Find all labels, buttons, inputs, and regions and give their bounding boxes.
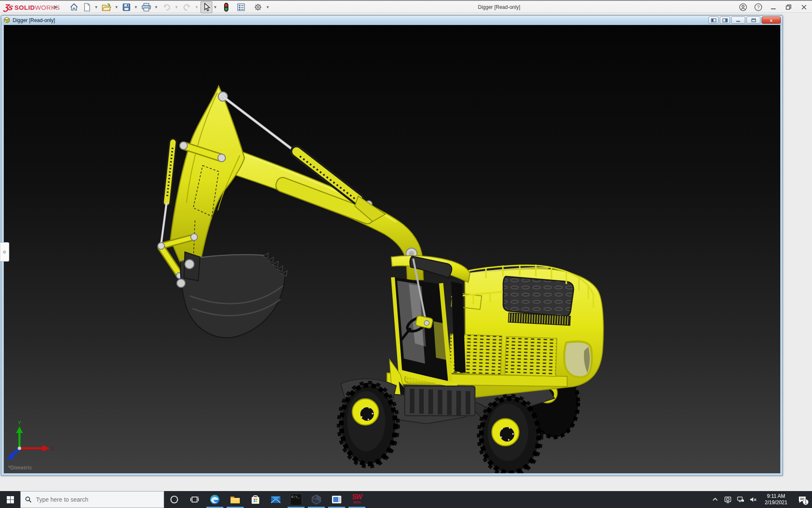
- home-button[interactable]: [68, 1, 80, 13]
- digger-model[interactable]: Y X: [4, 25, 780, 473]
- pane-right-button[interactable]: [720, 17, 730, 24]
- solidworks-logo: Ʒs SOLIDWORKS: [4, 3, 60, 12]
- engine-cover[interactable]: [503, 276, 573, 316]
- taskbar-search[interactable]: [20, 491, 164, 508]
- triad-y-label: Y: [18, 420, 21, 426]
- document-window: Digger [Read-only] x: [1, 15, 783, 476]
- taskbar-app-window[interactable]: [326, 491, 347, 508]
- app-window-title: Digger [Read-only]: [457, 1, 541, 14]
- restore-button[interactable]: [784, 3, 793, 12]
- tray-date: 2/19/2021: [761, 500, 791, 506]
- undo-dropdown-arrow[interactable]: ▼: [175, 5, 178, 9]
- redo-button[interactable]: [180, 1, 194, 13]
- help-icon[interactable]: ?: [754, 3, 763, 12]
- solidworks-app-icon: SW 2021: [351, 493, 363, 506]
- undo-button[interactable]: [160, 1, 173, 13]
- logo-solid: SOLID: [14, 4, 35, 11]
- open-dropdown-arrow[interactable]: ▼: [115, 5, 118, 9]
- search-input[interactable]: [36, 496, 150, 503]
- quick-access-toolbar: ▼ ▼ ▼ ▼ ▼ ▼ ▼ ▼: [68, 2, 271, 13]
- action-center-button[interactable]: 1: [793, 491, 812, 508]
- select-tool-button[interactable]: [200, 1, 212, 13]
- taskbar-app-file-explorer[interactable]: [225, 491, 245, 508]
- taskbar-app-command-prompt[interactable]: C:\_: [286, 491, 306, 508]
- tray-chevron-up-icon[interactable]: [709, 491, 721, 508]
- minimize-button[interactable]: [769, 3, 778, 12]
- doc-restore-button[interactable]: [746, 17, 760, 24]
- close-button[interactable]: [799, 3, 809, 12]
- pane-tab-grip: [3, 251, 6, 254]
- taskbar-app-store[interactable]: [245, 491, 266, 508]
- document-title-bar[interactable]: Digger [Read-only] x: [1, 16, 782, 25]
- tray-tablet-icon[interactable]: [721, 491, 734, 508]
- start-button[interactable]: [0, 491, 20, 508]
- svg-text:?: ?: [757, 5, 760, 10]
- save-button[interactable]: [120, 1, 133, 13]
- taskbar-app-edge[interactable]: [205, 491, 225, 508]
- save-dropdown-arrow[interactable]: ▼: [134, 5, 138, 9]
- taskbar-app-mail[interactable]: [266, 491, 286, 508]
- taskbar-clock[interactable]: 9:11 AM 2/19/2021: [760, 493, 793, 506]
- stoplight-markup-button[interactable]: [222, 1, 230, 13]
- triad-x-label: X: [51, 446, 55, 452]
- mdi-client-area: Digger [Read-only] x: [0, 13, 812, 491]
- account-icon[interactable]: [738, 3, 748, 12]
- doc-close-button[interactable]: x: [762, 17, 781, 24]
- settings-gear-button[interactable]: [252, 1, 264, 13]
- taskbar: C:\_ SW 2021 9:11 AM 2/19/2021: [0, 491, 812, 508]
- notification-badge: 1: [803, 499, 809, 505]
- tray-time: 9:11 AM: [761, 493, 791, 500]
- part-document-icon: [3, 17, 10, 24]
- taskbar-app-solidworks[interactable]: SW 2021: [347, 491, 367, 508]
- command-prompt-icon: C:\_: [290, 494, 302, 505]
- pane-left-button[interactable]: [708, 17, 719, 24]
- search-icon: [25, 496, 32, 503]
- settings-dropdown-arrow[interactable]: ▼: [266, 5, 269, 9]
- cortana-button[interactable]: [164, 491, 184, 508]
- print-dropdown-arrow[interactable]: ▼: [154, 5, 158, 9]
- app-title-bar: Ʒs SOLIDWORKS ▶ ▼ ▼ ▼ ▼ ▼ ▼ ▼: [0, 0, 812, 13]
- system-tray: 9:11 AM 2/19/2021 1: [709, 491, 812, 508]
- view-orientation-label: *Dimetric: [8, 464, 32, 471]
- document-title: Digger [Read-only]: [13, 17, 55, 23]
- redo-dropdown-arrow[interactable]: ▼: [195, 5, 199, 9]
- tray-volume-muted-icon[interactable]: [747, 491, 760, 508]
- select-dropdown-arrow[interactable]: ▼: [214, 5, 217, 9]
- print-button[interactable]: [140, 1, 153, 13]
- properties-button[interactable]: [235, 1, 247, 13]
- side-grille-2: [505, 337, 557, 376]
- new-document-button[interactable]: [81, 1, 93, 13]
- new-dropdown-arrow[interactable]: ▼: [94, 5, 98, 9]
- doc-minimize-button[interactable]: [731, 17, 745, 24]
- logo-expand-arrow[interactable]: ▶: [54, 4, 58, 10]
- tray-network-icon[interactable]: [734, 491, 747, 508]
- graphics-viewport[interactable]: Y X *Dimetric: [4, 25, 780, 473]
- collapsed-pane-tab[interactable]: [0, 242, 9, 262]
- dassault-3ds-glyph: Ʒs: [3, 3, 14, 12]
- task-view-button[interactable]: [184, 491, 205, 508]
- open-button[interactable]: [100, 1, 113, 13]
- taskbar-app-edrawings[interactable]: [306, 491, 326, 508]
